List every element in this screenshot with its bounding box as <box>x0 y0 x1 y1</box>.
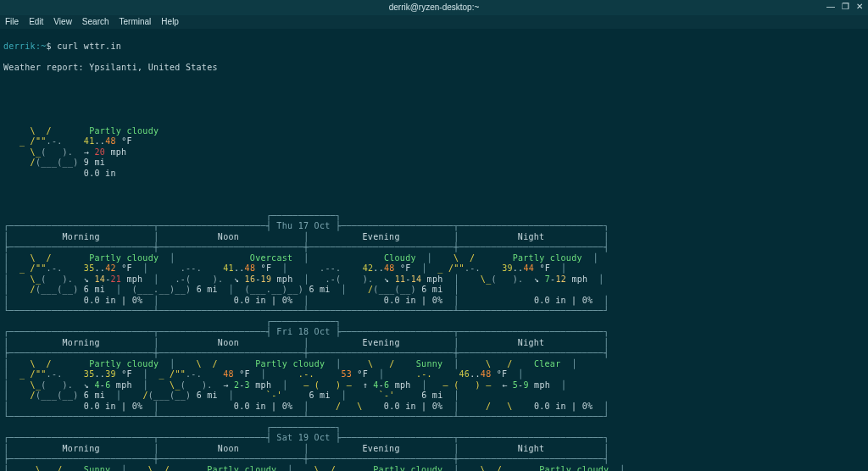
maximize-icon[interactable]: ❐ <box>842 2 849 13</box>
menu-edit[interactable]: Edit <box>29 17 43 28</box>
minimize-icon[interactable]: — <box>826 2 835 13</box>
current-conditions: \ / Partly cloudy _ /"".-. 41..48 °F \_(… <box>3 126 865 180</box>
prompt-user: derrik:~ <box>3 42 47 51</box>
menu-file[interactable]: File <box>5 17 19 28</box>
menu-terminal[interactable]: Terminal <box>120 17 152 28</box>
menubar: File Edit View Search Terminal Help <box>0 15 868 29</box>
menu-search[interactable]: Search <box>82 17 109 28</box>
prompt-sep: $ <box>47 42 58 51</box>
window-title: derrik@ryzen-desktop:~ <box>389 3 480 14</box>
forecast: ┌────────────┐┌─────────────────────────… <box>3 211 865 472</box>
terminal[interactable]: derrik:~$ curl wttr.in Weather report: Y… <box>0 29 868 471</box>
report-line: Weather report: Ypsilanti, United States <box>3 63 865 74</box>
menu-help[interactable]: Help <box>161 17 179 28</box>
close-icon[interactable]: ✕ <box>856 2 863 13</box>
titlebar: derrik@ryzen-desktop:~ — ❐ ✕ <box>0 0 868 15</box>
menu-view[interactable]: View <box>53 17 72 28</box>
command: curl wttr.in <box>57 42 121 51</box>
